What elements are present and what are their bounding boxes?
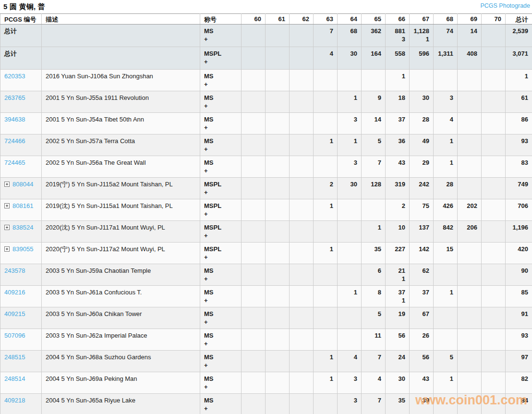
grade-plus-count [485,361,501,369]
expand-icon[interactable] [4,225,10,230]
grade-count: 93 [509,331,528,340]
grade-61-cell [266,178,290,199]
grade-plus-count [509,35,528,43]
pcgs-number-link[interactable]: 838524 [12,223,33,231]
grade-count [461,245,477,253]
grade-plus-count [341,102,357,110]
pcgs-number-link[interactable]: 409215 [4,310,25,318]
grade-count [461,375,477,383]
grade-70-cell [482,221,506,243]
grade-count [293,158,309,167]
designation-label: MS [204,137,237,145]
pcgs-number-link[interactable]: 248514 [4,375,25,383]
grade-count [269,115,285,123]
description-cell: 2003 5 Yn Sun-J61a Confucious T. [42,286,200,307]
grade-plus-count [509,210,528,218]
grade-count: 1 [389,72,405,80]
grade-69-cell: 408 [458,47,482,70]
pcgs-number-link[interactable]: 808044 [12,180,33,188]
grade-63-cell [314,70,338,91]
grade-count [293,331,309,340]
grade-61-cell [266,243,290,264]
grade-68-cell: 1,311 [434,47,458,70]
grade-69-cell [458,134,482,156]
grade-68-cell [434,264,458,286]
designation-cell: MSPL+ [200,178,242,199]
header-grade-67: 67 [410,14,434,24]
grade-63-cell: 1 [314,199,338,221]
pcgs-number-link[interactable]: 724466 [4,137,25,145]
photograde-link[interactable]: PCGS Photograde [480,2,530,9]
designation-cell: MS+ [200,264,242,286]
grade-plus-count [341,404,357,413]
grade-count: 30 [341,180,357,188]
pcgs-number-link[interactable]: 394638 [4,115,25,123]
grade-66-cell: 19 [386,307,410,329]
grade-count [269,353,285,361]
grade-70-cell [482,47,506,70]
grade-plus-count [269,80,285,88]
expand-icon[interactable] [4,203,10,208]
grade-count: 1 [341,94,357,102]
summary-label-cell: 总计 [0,24,42,47]
grade-count [269,288,285,296]
pcgs-number-link[interactable]: 248515 [4,353,25,361]
pcgs-number-cell: 808161 [0,199,42,221]
grade-plus-count [317,383,333,391]
header-grade-70: 70 [482,14,506,24]
grade-plus-count [293,80,309,88]
pcgs-number-link[interactable]: 507096 [4,331,25,340]
description-cell: 2004 5 Yn Sun-J69a Peking Man [42,372,200,394]
grade-64-cell: 30 [338,178,362,199]
grade-68-cell: 842 [434,221,458,243]
pcgs-number-link[interactable]: 724465 [4,158,25,167]
grade-plus-count [293,35,309,43]
grade-60-cell [242,24,266,47]
expand-icon[interactable] [4,182,10,187]
table-row: 8385242020(沈) 5 Yn Sun-J117a1 Mount Wuyi… [0,221,532,243]
grade-plus-count: 1 [389,296,405,304]
pcgs-number-link[interactable]: 808161 [12,202,33,210]
grade-plus-count: 1 [413,35,429,43]
grade-64-cell: 30 [338,47,362,70]
pcgs-number-link[interactable]: 409216 [4,288,25,296]
grade-count: 18 [389,94,405,102]
grade-70-cell [482,156,506,178]
coin-description: 2004 5 Yn Sun-J68a Suzhou Gardens [46,353,196,361]
grade-69-cell [458,329,482,351]
pcgs-number-link[interactable]: 409218 [4,396,25,404]
table-row: 8081612019(沈) 5 Yn Sun-J115a1 Mount Tais… [0,199,532,221]
grade-plus-count [245,210,261,218]
pcgs-number-link[interactable]: 620353 [4,72,25,80]
grade-64-cell: 3 [338,372,362,394]
grade-plus-count [317,361,333,369]
pcgs-number-link[interactable]: 243578 [4,267,25,275]
expand-icon[interactable] [4,246,10,252]
grade-count: 91 [509,310,528,318]
grade-plus-count [293,167,309,175]
grade-count: 14 [365,115,381,123]
grade-67-cell: 242 [410,178,434,199]
grade-63-cell: 1 [314,372,338,394]
grade-count [485,202,501,210]
grade-plus-count [461,188,477,196]
grade-plus-count [341,145,357,153]
designation-label: MS [204,396,237,404]
designation-cell: MSPL+ [200,221,242,243]
table-row: 2637652001 5 Yn Sun-J55a 1911 Revolution… [0,91,532,113]
pcgs-number-link[interactable]: 839055 [12,245,33,253]
pcgs-number-link[interactable]: 263765 [4,94,25,102]
coin-description: 2003 5 Yn Sun-J59a Chaotian Temple [46,267,196,275]
grade-63-cell: 1 [314,243,338,264]
grade-60-cell [242,47,266,70]
grade-plus-count [389,80,405,88]
grade-plus-count [461,404,477,413]
grade-plus-count [461,210,477,218]
grade-plus-count [269,188,285,196]
grade-count [245,267,261,275]
grade-61-cell [266,113,290,134]
grade-65-cell: 8 [362,286,386,307]
grade-count: 30 [413,94,429,102]
grade-67-cell: 49 [410,134,434,156]
grade-61-cell [266,394,290,414]
